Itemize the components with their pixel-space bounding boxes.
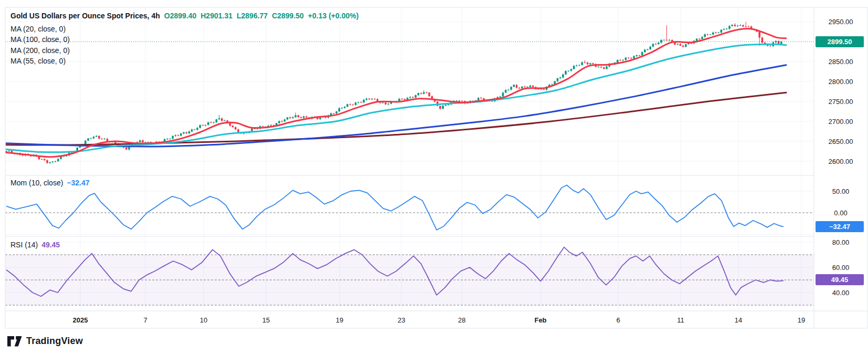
legend-ma-20[interactable]: MA (20, close, 0) [10,25,66,33]
tradingview-attribution[interactable]: TradingView [7,336,83,347]
ohlc-low: L2896.77 [237,12,268,20]
tradingview-logo-icon [7,336,22,347]
rsi-value: 49.45 [41,241,60,249]
ohlc-high: H2901.31 [200,12,232,20]
price-axis[interactable] [814,7,867,311]
tradingview-logo-text: TradingView [26,336,83,347]
symbol-title: Gold US Dollars per Ounce Spot Prices, 4… [10,12,160,20]
last-price-badge: 2899.50 [816,36,864,47]
ohlc-change: +0.13 (+0.00%) [308,12,359,20]
legend-momentum[interactable]: Mom (10, close)−32.47 [10,179,90,187]
ohlc-close: C2899.50 [272,12,304,20]
rsi-value-badge: 49.45 [816,274,864,285]
legend-ma-200[interactable]: MA (200, close, 0) [10,46,70,55]
ohlc-open: O2899.40 [164,12,197,20]
momentum-value: −32.47 [67,179,89,187]
time-axis[interactable] [5,311,814,328]
legend-rsi[interactable]: RSI (14)49.45 [10,241,60,249]
momentum-value-badge: −32.47 [816,221,864,232]
symbol-legend[interactable]: Gold US Dollars per Ounce Spot Prices, 4… [10,12,358,20]
legend-ma-55[interactable]: MA (55, close, 0) [10,57,66,65]
momentum-label: Mom (10, close) [10,179,63,187]
chart-canvas[interactable]: 2950.002850.002800.002750.002700.002650.… [0,0,868,354]
rsi-label: RSI (14) [10,241,38,249]
legend-ma-100[interactable]: MA (100, close, 0) [10,35,70,44]
